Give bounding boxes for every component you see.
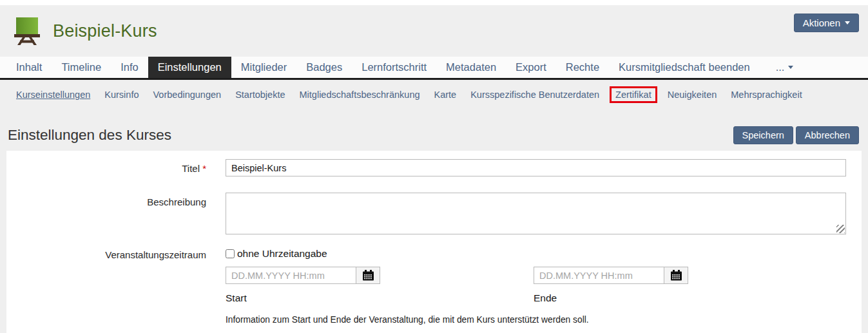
required-marker: * [202,163,206,174]
subtab-kurseinstellungen[interactable]: Kurseinstellungen [9,90,97,100]
end-label: Ende [534,292,688,304]
subtab-startobjekte[interactable]: Startobjekte [228,90,292,100]
tab-overflow-dropdown[interactable]: ... [766,57,804,78]
subtab-mehrsprachigkeit[interactable]: Mehrsprachigkeit [724,90,809,100]
actions-button-label: Aktionen [803,17,840,28]
period-label: Veranstaltungszeitraum [6,248,226,325]
tab-overflow-label: ... [776,61,785,73]
tab-inhalt[interactable]: Inhalt [6,57,52,78]
no-time-checkbox-label: ohne Uhrzeitangabe [237,248,327,260]
start-date-column: Start [226,267,380,304]
actions-button[interactable]: Aktionen [794,14,859,32]
tab-rechte[interactable]: Rechte [556,57,609,78]
no-time-checkbox[interactable] [226,249,235,258]
no-time-checkbox-row: ohne Uhrzeitangabe [226,248,846,260]
section-header: Einstellungen des Kurses Speichern Abbre… [0,109,868,151]
settings-form-panel: Titel * Beschreibung Veranstaltungszeitr… [6,151,862,333]
description-label: Beschreibung [6,193,226,234]
tab-badges[interactable]: Badges [296,57,352,78]
date-row: Start [226,267,846,304]
tab-mitglieder[interactable]: Mitglieder [231,57,297,78]
tab-export[interactable]: Export [506,57,556,78]
textarea-resize-handle[interactable] [836,225,845,233]
cancel-button[interactable]: Abbrechen [796,126,859,144]
end-calendar-button[interactable] [664,267,688,284]
subtab-kursspezifische-benutzerdaten[interactable]: Kursspezifische Benutzerdaten [463,90,606,100]
start-calendar-button[interactable] [356,267,380,284]
title-label: Titel * [6,162,226,174]
title-input[interactable] [226,159,846,176]
end-date-column: Ende [534,267,688,304]
calendar-icon [670,270,682,281]
end-date-input[interactable] [534,267,664,284]
form-row-title: Titel * [6,159,862,176]
page-title: Beispiel-Kurs [53,21,157,41]
course-header: Beispiel-Kurs Aktionen [0,5,868,57]
form-row-period: Veranstaltungszeitraum ohne Uhrzeitangab… [6,248,862,325]
description-textarea[interactable] [226,193,846,234]
content-background: Titel * Beschreibung Veranstaltungszeitr… [0,151,868,333]
tab-kursmitgliedschaft-beenden[interactable]: Kursmitgliedschaft beenden [609,57,760,78]
sub-tab-bar: Kurseinstellungen Kursinfo Vorbedingunge… [0,80,868,109]
subtab-mitgliedschaftsbeschraenkung[interactable]: Mitgliedschaftsbeschränkung [293,90,427,100]
subtab-zertifikat-highlighted[interactable]: Zertifikat [610,86,657,103]
tab-timeline[interactable]: Timeline [52,57,111,78]
caret-down-icon [788,66,793,69]
start-label: Start [226,292,380,304]
start-date-input[interactable] [226,267,356,284]
subtab-neuigkeiten[interactable]: Neuigkeiten [661,90,724,100]
calendar-icon [362,270,374,281]
save-button[interactable]: Speichern [733,126,793,144]
tab-metadaten[interactable]: Metadaten [436,57,506,78]
tab-info[interactable]: Info [111,57,148,78]
form-row-description: Beschreibung [6,193,862,234]
caret-down-icon [845,21,850,24]
course-easel-icon [14,17,40,45]
subtab-karte[interactable]: Karte [427,90,464,100]
subtab-kursinfo[interactable]: Kursinfo [97,90,146,100]
main-tab-bar: Inhalt Timeline Info Einstellungen Mitgl… [0,57,868,80]
tab-lernfortschritt[interactable]: Lernfortschritt [352,57,436,78]
tab-einstellungen[interactable]: Einstellungen [148,57,231,78]
section-title: Einstellungen des Kurses [8,127,733,144]
subtab-vorbedingungen[interactable]: Vorbedingungen [146,90,228,100]
period-info-text: Information zum Start und Ende der Veran… [226,315,846,325]
page-top-strip [0,0,868,5]
